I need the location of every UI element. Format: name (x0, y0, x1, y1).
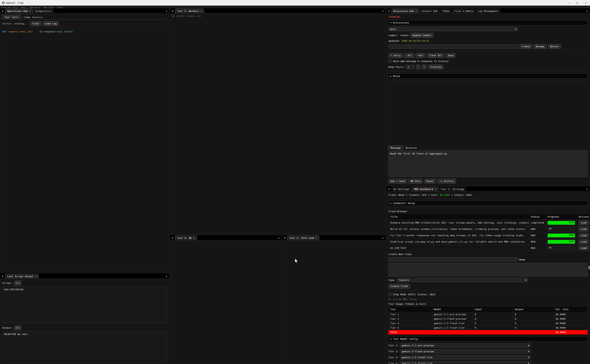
load-track-button[interactable]: Load (579, 239, 589, 244)
tab-close-icon[interactable]: ✕ (29, 10, 31, 13)
tab-close-icon[interactable]: ✕ (435, 188, 436, 191)
tier4-model-select[interactable]: gemini-2.5-flash-lite (400, 361, 531, 364)
load-track-button[interactable]: Load (579, 246, 589, 250)
tab-context-hub[interactable]: Context Hub (420, 9, 440, 13)
tab-mma-dashboard[interactable]: MMA Dashboard ✕ (412, 187, 438, 191)
discussion-select[interactable]: main (388, 27, 518, 31)
create-track-button[interactable]: Create Track (388, 284, 410, 289)
usage-model: gemini-2.5-flash-lite (432, 321, 473, 326)
plus-all-button[interactable]: +All (416, 53, 425, 58)
roles-collapsing-header[interactable]: ▶ Roles (388, 74, 588, 79)
new-track-description-textarea[interactable] (388, 263, 588, 276)
load-log-button[interactable]: Load Log (43, 21, 59, 26)
tab-close-icon[interactable]: ✕ (416, 10, 417, 13)
tab-ai-settings[interactable]: AI Settings (391, 187, 411, 191)
panel-close-icon[interactable]: ✕ (584, 10, 590, 13)
tab-message[interactable]: Message (388, 145, 403, 150)
clear-button[interactable]: Clear (30, 21, 41, 26)
truncate-button[interactable]: Truncate (428, 65, 444, 69)
load-track-button[interactable]: Load (579, 227, 589, 231)
tab-operations-hub[interactable]: Operations Hub ✕ (5, 9, 33, 13)
subtab-comms-history[interactable]: Comms History (21, 15, 45, 19)
load-track-button[interactable]: Load (579, 233, 589, 238)
message-textarea[interactable]: Read the first 10 lines of aggregate.py. (388, 151, 588, 177)
panel-menu-icon[interactable]: ▼ (170, 236, 175, 240)
track-type-select[interactable]: feature (397, 278, 528, 282)
tab-theme[interactable]: Theme (440, 9, 452, 13)
panel-close-icon[interactable]: ✕ (164, 10, 169, 13)
tier2-model-select[interactable]: gemini-3-flash-preview (400, 349, 531, 353)
panel-close-icon[interactable]: ✕ (380, 10, 385, 13)
tab-files-media[interactable]: Files & Media (452, 9, 475, 13)
panel-menu-icon[interactable]: ▼ (387, 9, 391, 13)
tab-tier4-qa[interactable]: Tier 4: QA ✕ (175, 236, 197, 240)
table-row[interactable]: UX_SIM_TEST NEW 0% Load (389, 245, 590, 251)
md-only-button[interactable]: MD Only (409, 179, 423, 183)
table-row[interactable]: Enhance existing MMA orchestration GUI: … (389, 220, 590, 226)
panel-menu-icon[interactable]: ▼ (387, 187, 391, 191)
create-discussion-button[interactable]: Create (519, 44, 532, 49)
minus-all-button[interactable]: -All (404, 53, 414, 58)
auto-add-checkbox[interactable] (388, 60, 392, 63)
tier2-tech-lead-panel: ▼ Tier 2: Tech Lead ✕ ✕ (282, 235, 385, 364)
panel-menu-icon[interactable]: ▼ (0, 274, 5, 279)
tab-tier3-workers[interactable]: Tier 3: Workers ✕ (175, 9, 204, 13)
chevron-right-icon: ▶ (390, 75, 391, 77)
minimize-button[interactable]: — (564, 0, 573, 6)
subtab-tool-calls[interactable]: Tool Calls (2, 15, 21, 19)
script-expand-button[interactable]: [+] (14, 281, 21, 285)
tab-discussion-hub[interactable]: Discussion Hub ✕ (391, 9, 419, 13)
gen-send-button[interactable]: Gen + Send (388, 179, 407, 183)
scrollbar-thumb[interactable] (589, 266, 590, 269)
pair-minus-button[interactable]: - (416, 65, 420, 69)
pair-plus-button[interactable]: + (422, 65, 426, 69)
step-mode-checkbox[interactable] (388, 293, 392, 296)
panel-close-icon[interactable]: ✕ (584, 188, 590, 191)
close-button[interactable]: ✕ (581, 0, 590, 6)
tab-log-management[interactable]: Log Management (476, 9, 501, 13)
to-history-button[interactable]: -> History (437, 179, 456, 183)
clear-all-button[interactable]: Clear All (427, 53, 444, 58)
script-text-box[interactable]: Get-ChildItem (2, 286, 167, 323)
tab-close-icon[interactable]: ✕ (316, 237, 317, 239)
tab-response[interactable]: Response (403, 145, 419, 150)
tab-diagnostics[interactable]: Diagnostics (34, 9, 54, 13)
state-value: IDLE (466, 194, 472, 196)
output-label: Output: (2, 326, 13, 329)
panel-menu-icon[interactable]: ▼ (0, 9, 5, 13)
tier-model-config-collapsing-header[interactable]: ▼ Tier Model Config (388, 336, 588, 341)
output-expand-button[interactable]: [+] (14, 325, 21, 330)
update-commit-button[interactable]: Update Commit (410, 33, 434, 38)
panel-close-icon[interactable]: ✕ (276, 237, 281, 239)
table-row[interactable]: Build UI for context window utilization,… (389, 226, 590, 232)
tab-tier1-strategy[interactable]: Tier 1: Strategy (439, 187, 466, 191)
tab-last-script-output[interactable]: Last Script Output ✕ (5, 274, 39, 279)
output-text-box[interactable]: REJECTED by user (2, 331, 167, 363)
keep-pairs-input[interactable]: 2 (406, 65, 415, 69)
load-track-button[interactable]: Load (579, 220, 589, 225)
discussions-collapsing-header[interactable]: ▼ Discussions (388, 20, 588, 25)
panel-menu-icon[interactable]: ▼ (282, 236, 287, 240)
conductor-setup-collapsing-header[interactable]: ▶ Conductor Setup (388, 201, 588, 206)
panel-close-icon[interactable]: ✕ (380, 237, 385, 239)
save-button[interactable]: Save (446, 53, 456, 58)
rename-discussion-button[interactable]: Rename (534, 44, 547, 49)
panel-menu-icon[interactable]: ▼ (170, 9, 175, 13)
new-track-name-input[interactable] (388, 257, 518, 261)
usage-model: gemini-2.5-flash-lite (432, 326, 473, 330)
table-row[interactable]: Fix Tier 3 worker responses not reaching… (389, 232, 590, 239)
delete-discussion-button[interactable]: Delete (548, 44, 561, 49)
last-script-output-panel: ▼ Last Script Output ✕ ✕ Script: [+] Get… (0, 273, 169, 364)
reset-button[interactable]: Reset (424, 179, 436, 183)
discussion-name-input[interactable] (388, 45, 518, 49)
panel-close-icon[interactable]: ✕ (164, 275, 169, 278)
tab-tier2-tech-lead[interactable]: Tier 2: Tech Lead ✕ (287, 236, 319, 240)
tab-close-icon[interactable]: ✕ (35, 275, 37, 278)
tier1-model-select[interactable]: gemini-3.1-pro-preview (400, 343, 531, 347)
maximize-button[interactable]: □ (573, 0, 581, 6)
tier3-model-select[interactable]: gemini-2.5-flash-lite (400, 355, 531, 359)
tab-close-icon[interactable]: ✕ (193, 237, 194, 239)
table-row[interactable]: Stabilize visual_sim_mma_v2.py and mock_… (389, 239, 590, 245)
tab-close-icon[interactable]: ✕ (201, 10, 202, 13)
add-entry-button[interactable]: + Entry (388, 53, 403, 58)
